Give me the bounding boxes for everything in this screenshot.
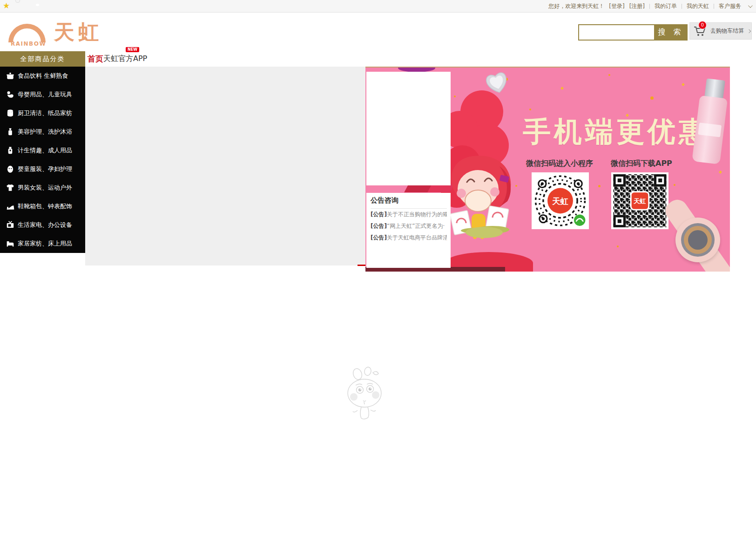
header: RAINBOW 天虹 搜 索 去购物车结算 0 [0,13,756,51]
app-download-qr-code: 天虹 [611,172,668,229]
cloud-decor [466,227,503,238]
sidebar-item-baby-toys[interactable]: 母婴用品、儿童玩具 [0,85,85,104]
confetti-dot [674,184,675,186]
rainbow-arch-icon: RAINBOW [4,16,50,48]
promo-banner[interactable]: 手机端更优惠 微信扫码进入小程序 微信扫码下载APP 天虹 [365,67,730,272]
user-login-panel [366,72,451,185]
sidebar-item-label: 男装女装、运动户外 [18,184,72,192]
sidebar-item-adult[interactable]: 计生情趣、成人用品 [0,141,85,160]
paper-roll-icon [6,109,14,117]
bed-icon [6,239,14,248]
qr-center-brand: 天虹 [633,198,646,205]
sidebar-item-label: 婴童服装、孕妇护理 [18,165,72,173]
sidebar-item-label: 生活家电、办公设备 [18,221,72,229]
confetti-dot [560,87,564,90]
topbar: ★ 您好，欢迎来到天虹！ [登录] [注册] 我的订单 我的天虹 客户服务 [0,0,756,13]
cosmetic-bottle-image [691,78,730,164]
confetti-dot [608,74,610,76]
search-bar: 搜 索 [578,24,688,41]
carousel-indicator[interactable] [358,265,366,266]
banner-headline: 手机端更优惠 [523,113,718,151]
mini-program-label: 微信扫码进入小程序 [526,159,593,169]
lotion-bottle-icon [6,128,14,136]
confetti-dot [719,170,722,174]
green-mascot-icon[interactable] [19,1,27,10]
chevron-down-icon[interactable] [748,3,753,8]
announcement-panel: 公告咨询 [公告]关于不正当购物行为的规· [公告]“网上天虹”正式更名为· [… [366,193,451,268]
baby-face-icon [6,165,14,173]
greeting-text: 您好，欢迎来到天虹！ [548,2,604,10]
announcement-item[interactable]: [公告]“网上天虹”正式更名为· [371,220,447,232]
sidebar-item-shoes-bags[interactable]: 鞋靴箱包、钟表配饰 [0,197,85,216]
star-icon[interactable]: ★ [3,1,11,10]
divider [714,4,714,9]
tshirt-icon [6,184,14,192]
sidebar-item-food[interactable]: 食品饮料 生鲜熟食 [0,67,85,85]
content-backdrop [85,67,365,266]
sidebar-item-beauty[interactable]: 美容护理、洗护沐浴 [0,123,85,141]
qr-center-brand: 天虹 [552,197,568,206]
duck-icon [6,90,14,99]
sidebar-item-appliances[interactable]: 生活家电、办公设备 [0,216,85,234]
sidebar-item-label: 厨卫清洁、纸品家纺 [18,109,72,117]
sidebar-item-label: 美容护理、洗护沐浴 [18,128,72,136]
sidebar-item-label: 母婴用品、儿童玩具 [18,90,72,99]
shoe-icon [6,202,14,211]
nav-home-link[interactable]: 首页 [88,54,103,64]
sidebar-item-kitchen-clean[interactable]: 厨卫清洁、纸品家纺 [0,104,85,123]
topbar-favicon-row: ★ [3,1,43,10]
weibo-icon[interactable] [34,1,43,10]
food-pot-icon [6,72,14,80]
brand-en: RAINBOW [11,41,46,47]
sidebar-item-label: 鞋靴箱包、钟表配饰 [18,202,72,211]
confetti-dot [650,96,654,100]
watch-image [663,207,730,272]
sidebar-item-babywear[interactable]: 婴童服装、孕妇护理 [0,160,85,178]
confetti-dot [529,109,531,110]
sidebar-item-label: 计生情趣、成人用品 [18,146,72,155]
main-nav: 全部商品分类 首页 天虹官方APP NEW [0,51,756,67]
search-input[interactable] [578,24,654,41]
nav-app-link[interactable]: 天虹官方APP [103,54,147,64]
app-download-label: 微信扫码下载APP [611,159,672,169]
announcement-title: 公告咨询 [371,196,447,209]
register-link[interactable]: [注册] [629,2,645,10]
customer-service-link[interactable]: 客户服务 [719,2,741,10]
divider [649,4,650,9]
mini-program-qr-code: 天虹 [532,172,589,229]
category-sidebar: 食品饮料 生鲜熟食 母婴用品、儿童玩具 厨卫清洁、纸品家纺 美容护理、洗护沐浴 … [0,67,85,253]
login-link[interactable]: [登录] [609,2,624,10]
new-badge: NEW [126,47,139,52]
sidebar-item-home-textile[interactable]: 家居家纺、床上用品 [0,234,85,253]
my-orders-link[interactable]: 我的订单 [655,2,677,10]
search-button[interactable]: 搜 索 [654,24,688,41]
announcement-item[interactable]: [公告]关于不正当购物行为的规· [371,209,447,220]
sidebar-item-clothing[interactable]: 男装女装、运动户外 [0,178,85,197]
confetti-dot [617,245,619,247]
divider [682,4,682,9]
chevron-right-icon [747,29,751,33]
flask-icon [6,146,14,155]
announcement-item[interactable]: [公告]关于天虹电商平台品牌清· [371,232,447,244]
my-rainbow-link[interactable]: 我的天虹 [687,2,709,10]
all-categories-button[interactable]: 全部商品分类 [0,51,85,67]
tv-icon [6,221,14,229]
rainbow-logo[interactable]: RAINBOW 天虹 [4,16,111,48]
loading-mascot-illustration [344,366,385,423]
brand-cn: 天虹 [54,18,102,46]
topbar-menu: 您好，欢迎来到天虹！ [登录] [注册] 我的订单 我的天虹 客户服务 [548,0,751,12]
cart-count-badge: 0 [698,21,707,29]
sidebar-item-label: 家居家纺、床上用品 [18,239,72,248]
confetti-dot [598,185,601,187]
cart-label: 去购物车结算 [710,27,744,35]
rainbow-homepage: ★ 您好，欢迎来到天虹！ [登录] [注册] 我的订单 我的天虹 客户服务 RA… [0,0,756,559]
sidebar-item-label: 食品饮料 生鲜熟食 [18,72,68,80]
confetti-dot [682,83,685,86]
